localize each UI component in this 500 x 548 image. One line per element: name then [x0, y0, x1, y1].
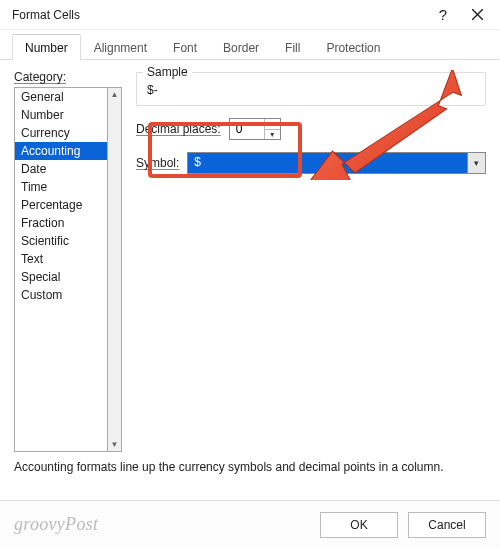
cancel-button[interactable]: Cancel	[408, 512, 486, 538]
symbol-dropdown[interactable]: $ ▾	[187, 152, 486, 174]
sample-group: Sample $-	[136, 72, 486, 106]
category-item-currency[interactable]: Currency	[15, 124, 107, 142]
tab-fill[interactable]: Fill	[272, 34, 313, 60]
scroll-down-icon[interactable]: ▼	[111, 438, 119, 451]
format-description: Accounting formats line up the currency …	[0, 460, 500, 474]
sample-label: Sample	[143, 65, 192, 79]
category-item-fraction[interactable]: Fraction	[15, 214, 107, 232]
category-item-number[interactable]: Number	[15, 106, 107, 124]
decimal-row: Decimal places: ▲ ▼	[136, 118, 486, 140]
footer: groovyPost OK Cancel	[0, 500, 500, 548]
watermark-text: groovyPost	[14, 514, 98, 535]
ok-button[interactable]: OK	[320, 512, 398, 538]
footer-buttons: OK Cancel	[320, 512, 486, 538]
category-item-custom[interactable]: Custom	[15, 286, 107, 304]
tab-number[interactable]: Number	[12, 34, 81, 60]
settings-panel: Sample $- Decimal places: ▲ ▼ Symbol: $ …	[136, 70, 486, 452]
symbol-value: $	[188, 153, 467, 173]
category-item-percentage[interactable]: Percentage	[15, 196, 107, 214]
category-item-special[interactable]: Special	[15, 268, 107, 286]
dialog-body: Category: GeneralNumberCurrencyAccountin…	[0, 60, 500, 460]
chevron-down-icon[interactable]: ▾	[467, 153, 485, 173]
tab-font[interactable]: Font	[160, 34, 210, 60]
category-listbox[interactable]: GeneralNumberCurrencyAccountingDateTimeP…	[14, 87, 108, 452]
window-title: Format Cells	[12, 8, 426, 22]
category-listbox-wrap: GeneralNumberCurrencyAccountingDateTimeP…	[14, 87, 122, 452]
spinner-down-icon[interactable]: ▼	[265, 130, 280, 140]
close-button[interactable]	[460, 1, 494, 29]
category-item-date[interactable]: Date	[15, 160, 107, 178]
scroll-up-icon[interactable]: ▲	[111, 88, 119, 101]
symbol-row: Symbol: $ ▾	[136, 152, 486, 174]
decimal-spinner[interactable]: ▲ ▼	[229, 118, 281, 140]
decimal-label: Decimal places:	[136, 122, 221, 136]
category-item-accounting[interactable]: Accounting	[15, 142, 107, 160]
tab-protection[interactable]: Protection	[313, 34, 393, 60]
symbol-label: Symbol:	[136, 156, 179, 170]
category-item-text[interactable]: Text	[15, 250, 107, 268]
category-panel: Category: GeneralNumberCurrencyAccountin…	[14, 70, 122, 452]
tab-strip: Number Alignment Font Border Fill Protec…	[0, 30, 500, 60]
category-item-scientific[interactable]: Scientific	[15, 232, 107, 250]
decimal-input[interactable]	[230, 119, 264, 139]
titlebar: Format Cells ?	[0, 0, 500, 30]
tab-border[interactable]: Border	[210, 34, 272, 60]
spinner-up-icon[interactable]: ▲	[265, 119, 280, 130]
tab-alignment[interactable]: Alignment	[81, 34, 160, 60]
close-icon	[472, 9, 483, 20]
help-button[interactable]: ?	[426, 1, 460, 29]
category-label: Category:	[14, 70, 122, 84]
scrollbar[interactable]: ▲ ▼	[108, 87, 122, 452]
category-item-time[interactable]: Time	[15, 178, 107, 196]
category-item-general[interactable]: General	[15, 88, 107, 106]
sample-value: $-	[147, 83, 475, 97]
spinner-buttons: ▲ ▼	[264, 119, 280, 139]
